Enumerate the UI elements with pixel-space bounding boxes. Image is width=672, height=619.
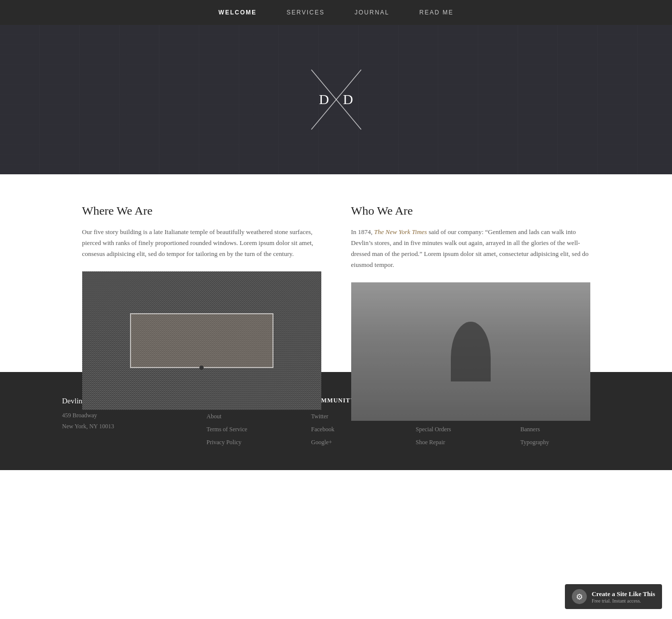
tailor-silhouette [451, 322, 491, 381]
where-we-are-heading: Where We Are [82, 204, 321, 218]
hero-section: D D [0, 25, 672, 174]
pocket-detail [130, 313, 273, 369]
footer-company-privacy[interactable]: Privacy Policy [207, 439, 242, 446]
who-we-are-body: In 1874, The New York Times said of our … [351, 227, 590, 270]
nav-read-me[interactable]: READ ME [419, 9, 454, 16]
footer-googleplus[interactable]: Google+ [311, 439, 332, 446]
tailor-image [351, 282, 590, 420]
logo-right-letter: D [343, 92, 353, 108]
where-we-are-body: Our five story building is a late Italia… [82, 227, 321, 259]
who-we-are-section: Who We Are In 1874, The New York Times s… [351, 204, 590, 342]
fabric-image [82, 271, 321, 409]
main-content: Where We Are Our five story building is … [62, 174, 610, 372]
footer-address-line2: New York, NY 10013 [62, 423, 115, 430]
footer-special-orders[interactable]: Special Orders [416, 426, 451, 433]
where-we-are-section: Where We Are Our five story building is … [82, 204, 321, 342]
content-grid: Where We Are Our five story building is … [82, 204, 590, 342]
nav-welcome[interactable]: WELCOME [219, 9, 257, 16]
publication-name: The New York Times [374, 228, 427, 236]
footer-facebook[interactable]: Facebook [311, 426, 335, 433]
who-intro-text: In 1874, [351, 228, 375, 236]
nav-services[interactable]: SERVICES [286, 9, 324, 16]
footer-twitter[interactable]: Twitter [311, 413, 328, 420]
logo-left-letter: D [319, 92, 329, 108]
footer-address-line1: 459 Broadway [62, 412, 97, 419]
main-nav: WELCOME SERVICES JOURNAL READ ME [0, 0, 672, 25]
footer-shoe-repair[interactable]: Shoe Repair [416, 439, 445, 446]
logo-letters: D D [319, 92, 353, 108]
footer-company-about[interactable]: About [207, 413, 222, 420]
footer-banners[interactable]: Banners [521, 426, 540, 433]
footer-typography[interactable]: Typography [521, 439, 549, 446]
logo: D D [296, 60, 376, 139]
who-we-are-heading: Who We Are [351, 204, 590, 218]
nav-journal[interactable]: JOURNAL [355, 9, 390, 16]
footer-company-list: About Terms of Service Privacy Policy [207, 411, 296, 446]
footer-address: 459 Broadway New York, NY 10013 [62, 410, 192, 432]
footer-company-tos[interactable]: Terms of Service [207, 426, 248, 433]
